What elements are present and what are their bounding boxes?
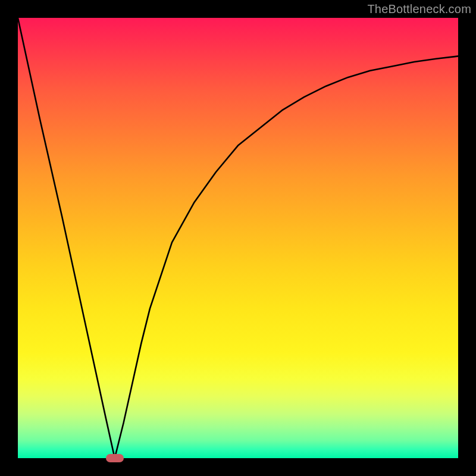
bottleneck-curve xyxy=(18,18,458,458)
plot-area xyxy=(18,18,458,458)
optimal-point-marker xyxy=(106,454,124,462)
watermark-text: TheBottleneck.com xyxy=(367,2,471,16)
chart-frame: TheBottleneck.com xyxy=(0,0,476,476)
